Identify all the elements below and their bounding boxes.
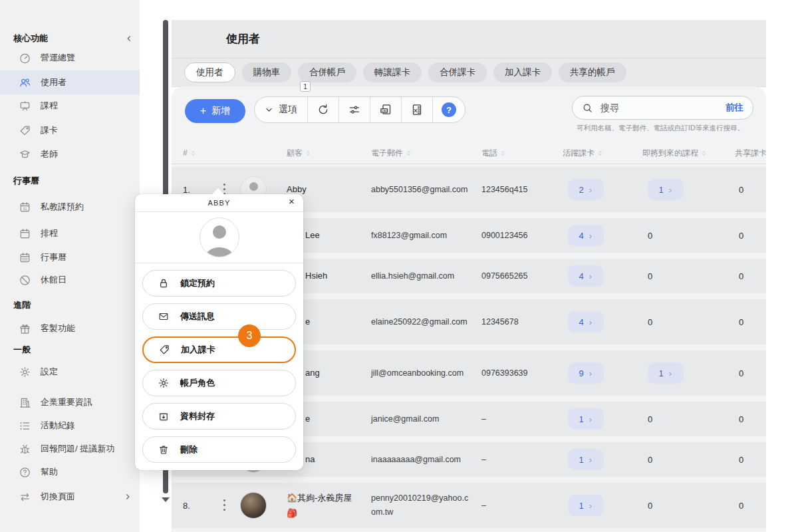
popup-action-label: 加入課卡 (181, 344, 215, 356)
sidebar-item-label: 活動紀錄 (41, 420, 75, 432)
active-cards-count: 1 (579, 414, 583, 424)
sidebar-item-closed[interactable]: 休館日 (0, 268, 140, 292)
popup-action-archive[interactable]: 資料封存 (142, 403, 296, 430)
sidebar-item-help[interactable]: 幫助 (0, 460, 140, 484)
upcoming-courses-pill[interactable]: 1 (648, 179, 684, 200)
sidebar-item-label: 課程 (41, 100, 58, 112)
shared-cards-count: 0 (735, 317, 766, 327)
gift-icon (19, 323, 31, 335)
column-header[interactable]: 電話 (481, 148, 563, 159)
tab-4[interactable]: 轉讓課卡 (363, 63, 422, 82)
popup-action-tag[interactable]: 加入課卡 (142, 336, 296, 363)
active-cards-pill[interactable]: 1 (568, 495, 604, 516)
sidebar-section-label: 行事曆 (13, 175, 39, 187)
kebab-menu-icon[interactable] (217, 498, 231, 513)
column-header-label: 即將到來的課程 (642, 148, 698, 159)
popup-action-label: 鎖定預約 (180, 277, 215, 289)
search-go-button[interactable]: 前往 (726, 102, 743, 114)
tag-icon (158, 344, 170, 356)
refresh-button[interactable] (307, 97, 338, 122)
sidebar-item-calendar-grid[interactable]: 行事曆 (0, 245, 140, 269)
tab-5[interactable]: 合併課卡 (428, 63, 487, 82)
sidebar-item-calendar[interactable]: 排程 (0, 221, 140, 245)
chevron-right-icon (668, 370, 673, 377)
sidebar-item-gauge[interactable]: 營運總覽 (0, 46, 140, 70)
active-cards-pill[interactable]: 4 (568, 225, 604, 246)
popup-action-label: 資料封存 (180, 410, 215, 422)
tab-7[interactable]: 共享的帳戶 (559, 63, 626, 82)
upcoming-courses-count: 1 (658, 368, 663, 378)
sidebar-item-list[interactable]: 活動紀錄 (0, 414, 140, 438)
customer-email: penny20010219@yahoo.com.tw (371, 491, 481, 519)
add-button[interactable]: 新增 (185, 99, 245, 123)
close-icon[interactable]: × (289, 196, 295, 206)
plus-icon (200, 106, 206, 116)
sidebar-item-users[interactable]: 使用者 (0, 70, 140, 94)
table-header-row: #顧客電子郵件電話活躍課卡即將到來的課程共享課卡 (172, 142, 766, 164)
active-cards-pill[interactable]: 4 (568, 265, 604, 287)
calendar-31-icon: 31 (19, 201, 31, 213)
export-csv-button[interactable]: CSV (370, 97, 401, 122)
active-cards-pill[interactable]: 1 (568, 408, 604, 430)
upcoming-courses-cell: 0 (642, 270, 735, 282)
filter-button[interactable] (338, 97, 370, 122)
toolbar-button-group: 選項 CSV X ? (254, 96, 466, 123)
sort-icon (190, 149, 196, 158)
upcoming-courses-count: 0 (648, 317, 652, 327)
customer-name-extra: 🎒 (287, 507, 367, 520)
chevron-right-icon (588, 232, 593, 239)
row-index: 8. (183, 501, 217, 511)
sidebar-item-teacher[interactable]: 老師 (0, 142, 140, 166)
tab-3[interactable]: 合併帳戶 (298, 63, 356, 82)
upcoming-courses-cell: 1 (642, 362, 735, 384)
sidebar-item-board[interactable]: 課程 (0, 94, 140, 118)
popup-action-lock[interactable]: 鎖定預約 (142, 270, 296, 297)
column-header[interactable]: # (183, 148, 217, 158)
tab-1[interactable]: 使用者 (184, 63, 235, 82)
popup-action-mail[interactable]: 傳送訊息 (142, 303, 296, 330)
chevron-right-icon (588, 319, 593, 326)
column-header[interactable]: 活躍課卡 (563, 148, 642, 159)
upcoming-courses-cell: 0 (642, 454, 735, 466)
options-button[interactable]: 選項 (255, 97, 307, 122)
column-header[interactable]: 顧客 (287, 148, 371, 159)
collapse-sidebar-icon[interactable] (125, 35, 133, 43)
customer-email: elaine250922@gmail.com (371, 315, 481, 329)
sidebar-item-label: 營運總覽 (41, 52, 75, 64)
sidebar-item-gear[interactable]: 設定 (0, 360, 140, 384)
scroll-down-arrow-icon[interactable] (162, 497, 170, 502)
sidebar-item-label: 回報問題/ 提議新功 (41, 443, 114, 455)
active-cards-pill[interactable]: 2 (568, 179, 604, 200)
customer-phone: – (481, 455, 563, 464)
sidebar-item-switch[interactable]: 切換頁面 (0, 485, 140, 509)
tab-2[interactable]: 購物車 (242, 63, 292, 82)
export-excel-button[interactable]: X (401, 97, 432, 122)
popup-action-trash[interactable]: 刪除 (142, 436, 296, 463)
chevron-right-icon (668, 186, 673, 194)
active-cards-pill[interactable]: 1 (568, 449, 604, 470)
calendar-icon (19, 227, 31, 240)
customer-phone: 0975665265 (481, 271, 563, 281)
upcoming-courses-pill[interactable]: 1 (648, 362, 684, 384)
sidebar-item-bug[interactable]: 回報問題/ 提議新功 (0, 437, 140, 461)
shared-cards-count: 0 (735, 455, 766, 465)
sidebar-item-calendar-31[interactable]: 31私教課預約 (0, 195, 140, 219)
active-cards-pill[interactable]: 9 (568, 362, 604, 384)
add-button-label: 新增 (211, 105, 230, 117)
upcoming-courses-cell: 1 (642, 179, 735, 200)
upcoming-courses-count: 1 (658, 185, 663, 195)
sidebar-item-building[interactable]: 企業重要資訊 (0, 390, 140, 414)
popup-action-gear[interactable]: 帳戶角色 (142, 370, 296, 396)
sort-icon (701, 149, 707, 158)
column-header[interactable]: 電子郵件 (371, 148, 481, 159)
sidebar-item-gift[interactable]: 客製功能 (0, 317, 140, 340)
active-cards-pill[interactable]: 4 (568, 311, 604, 332)
tab-6[interactable]: 加入課卡 (493, 63, 552, 82)
sort-icon (500, 149, 506, 158)
column-header[interactable]: 共享課卡 (735, 148, 766, 159)
sidebar-item-tag[interactable]: 課卡 (0, 118, 140, 142)
help-button[interactable]: ? (432, 97, 465, 122)
search-input[interactable] (599, 102, 720, 114)
column-header[interactable]: 即將到來的課程 (642, 148, 735, 159)
active-cards-count: 4 (579, 231, 583, 241)
